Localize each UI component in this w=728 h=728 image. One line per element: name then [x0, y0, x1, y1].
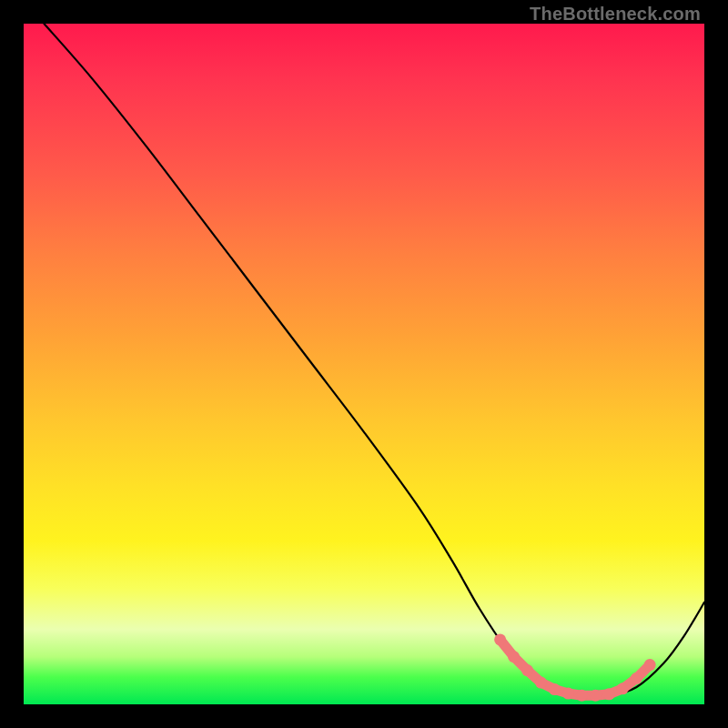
- chart-frame: TheBottleneck.com: [0, 0, 728, 728]
- optimal-range-dot: [562, 688, 574, 700]
- optimal-range-dot: [644, 659, 656, 671]
- optimal-range-dot: [508, 651, 520, 662]
- attribution-label: TheBottleneck.com: [530, 4, 701, 25]
- optimal-range-dot: [521, 664, 533, 676]
- optimal-range-dot: [576, 690, 588, 702]
- optimal-range-dot: [494, 633, 506, 645]
- optimal-range-dot: [549, 683, 561, 695]
- optimal-range-dot: [603, 688, 615, 700]
- optimal-range-dot: [617, 682, 629, 694]
- optimal-range-dot: [590, 690, 602, 702]
- optimal-range-dot: [631, 672, 642, 684]
- curve-line: [44, 24, 704, 696]
- optimal-range-dots: [494, 633, 656, 701]
- optimal-range-dot: [535, 677, 547, 689]
- chart-svg: [24, 24, 704, 704]
